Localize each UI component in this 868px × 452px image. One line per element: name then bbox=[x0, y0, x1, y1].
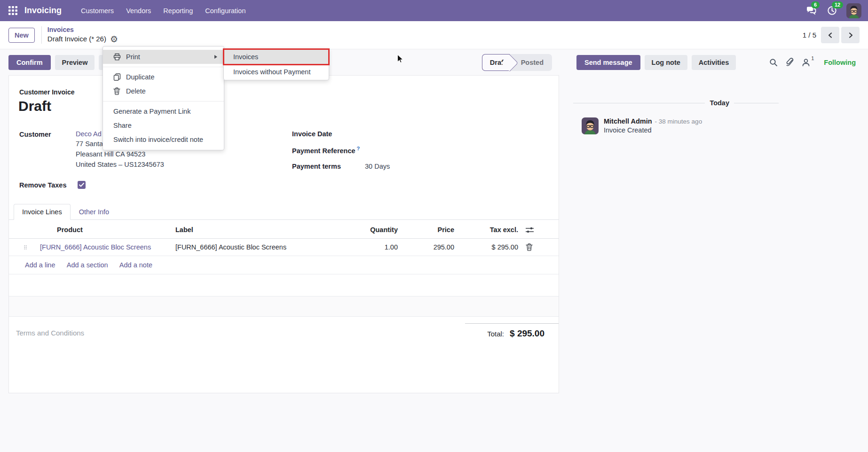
activities-button[interactable]: 12 bbox=[826, 5, 838, 17]
message-body: Invoice Created bbox=[604, 126, 702, 134]
table-header-row: Product Label Quantity Price Tax excl. bbox=[9, 220, 559, 239]
add-a-section-link[interactable]: Add a section bbox=[67, 261, 108, 269]
total-label: Total: bbox=[487, 330, 504, 338]
message-author[interactable]: Mitchell Admin bbox=[604, 117, 652, 125]
search-icon bbox=[769, 58, 778, 67]
payment-reference-label: Payment Reference? bbox=[292, 146, 365, 155]
check-icon bbox=[79, 183, 84, 187]
pager-next-button[interactable] bbox=[841, 27, 860, 43]
status-bar: Draft Posted bbox=[482, 54, 552, 71]
send-message-button[interactable]: Send message bbox=[576, 55, 640, 70]
header-tax-excl[interactable]: Tax excl. bbox=[458, 220, 522, 239]
person-icon bbox=[802, 58, 810, 67]
add-a-line-link[interactable]: Add a line bbox=[25, 261, 55, 269]
price-cell[interactable]: 295.00 bbox=[402, 239, 458, 256]
date-divider: Today bbox=[573, 99, 779, 107]
submenu-item-invoices[interactable]: Invoices bbox=[224, 49, 329, 64]
product-cell-link[interactable]: [FURN_6666] Acoustic Bloc Screens bbox=[40, 243, 151, 251]
print-submenu: Invoices Invoices without Payment bbox=[223, 48, 329, 80]
followers-button[interactable]: 1 bbox=[802, 58, 810, 67]
submenu-item-invoices-without-payment[interactable]: Invoices without Payment bbox=[224, 64, 329, 79]
date-divider-label: Today bbox=[710, 99, 729, 107]
search-messages-button[interactable] bbox=[769, 58, 778, 67]
menu-item-print[interactable]: Print bbox=[103, 50, 224, 64]
menu-separator bbox=[103, 101, 224, 101]
document-type-label: Customer Invoice bbox=[19, 88, 559, 96]
breadcrumb-invoices-link[interactable]: Invoices bbox=[47, 26, 118, 33]
new-button[interactable]: New bbox=[8, 28, 35, 43]
header-quantity[interactable]: Quantity bbox=[350, 220, 402, 239]
delete-line-button[interactable] bbox=[522, 239, 559, 256]
empty-row bbox=[9, 296, 559, 317]
empty-row bbox=[9, 274, 559, 296]
duplicate-icon bbox=[113, 73, 122, 81]
tab-other-info[interactable]: Other Info bbox=[71, 204, 118, 219]
nav-configuration[interactable]: Configuration bbox=[199, 4, 252, 17]
avatar-image bbox=[582, 117, 599, 134]
remove-taxes-checkbox[interactable] bbox=[78, 181, 86, 189]
invoice-form: Customer Invoice Draft Customer Deco Ad … bbox=[0, 75, 567, 393]
pager-count: 1 / 5 bbox=[803, 31, 816, 39]
chatter-panel: Today Mitchell Admin - 38 m bbox=[567, 75, 868, 393]
address-line: Pleasant Hill CA 94523 bbox=[76, 149, 283, 159]
gear-menu-icon[interactable]: ⚙ bbox=[110, 35, 118, 44]
status-draft[interactable]: Draft bbox=[482, 54, 510, 71]
pager: 1 / 5 bbox=[803, 27, 860, 43]
quantity-cell[interactable]: 1.00 bbox=[350, 239, 402, 256]
header-label[interactable]: Label bbox=[172, 220, 350, 239]
address-line: United States – US12345673 bbox=[76, 159, 283, 170]
header-product[interactable]: Product bbox=[31, 220, 172, 239]
label-cell[interactable]: [FURN_6666] Acoustic Bloc Screens bbox=[172, 239, 350, 256]
sliders-icon bbox=[526, 226, 534, 234]
following-toggle[interactable]: Following bbox=[824, 59, 856, 66]
add-a-note-link[interactable]: Add a note bbox=[119, 261, 152, 269]
control-panel: New Invoices Draft Invoice (* 26) ⚙ 1 / … bbox=[0, 21, 868, 49]
optional-columns-button[interactable] bbox=[522, 220, 559, 239]
activities-badge: 12 bbox=[832, 1, 843, 8]
preview-button[interactable]: Preview bbox=[55, 55, 95, 70]
message-avatar[interactable] bbox=[582, 117, 599, 134]
app-name[interactable]: Invoicing bbox=[24, 6, 62, 16]
payment-terms-field[interactable]: 30 Days bbox=[365, 163, 390, 170]
menu-item-delete[interactable]: Delete bbox=[103, 84, 224, 98]
notebook-tabs: Invoice Lines Other Info bbox=[9, 204, 559, 220]
invoice-lines-table: Product Label Quantity Price Tax excl. bbox=[9, 220, 559, 317]
top-navbar: Invoicing Customers Vendors Reporting Co… bbox=[0, 0, 868, 21]
chevron-left-icon bbox=[827, 32, 834, 39]
paperclip-icon bbox=[786, 58, 794, 67]
pager-previous-button[interactable] bbox=[821, 27, 839, 43]
drag-handle[interactable] bbox=[13, 244, 27, 251]
remove-taxes-label: Remove Taxes bbox=[19, 181, 76, 189]
menu-item-switch-invoice-credit-note[interactable]: Switch into invoice/credit note bbox=[103, 132, 224, 147]
confirm-button[interactable]: Confirm bbox=[8, 55, 51, 70]
attachments-button[interactable] bbox=[786, 58, 794, 67]
drag-dots-icon bbox=[24, 244, 27, 251]
invoice-date-label: Invoice Date bbox=[292, 130, 365, 138]
customer-value-link[interactable]: Deco Ad bbox=[76, 130, 102, 138]
chevron-right-icon bbox=[847, 32, 854, 39]
menu-item-generate-payment-link[interactable]: Generate a Payment Link bbox=[103, 104, 224, 118]
help-icon[interactable]: ? bbox=[357, 146, 360, 151]
log-note-button[interactable]: Log note bbox=[645, 55, 687, 70]
header-price[interactable]: Price bbox=[402, 220, 458, 239]
nav-reporting[interactable]: Reporting bbox=[157, 4, 199, 17]
tax-excl-cell[interactable]: $ 295.00 bbox=[458, 239, 522, 256]
nav-vendors[interactable]: Vendors bbox=[120, 4, 157, 17]
menu-item-share[interactable]: Share bbox=[103, 118, 224, 132]
messages-button[interactable]: 6 bbox=[805, 5, 817, 17]
menu-item-duplicate[interactable]: Duplicate bbox=[103, 70, 224, 84]
tab-invoice-lines[interactable]: Invoice Lines bbox=[14, 204, 71, 220]
avatar-image bbox=[846, 3, 861, 18]
user-avatar[interactable] bbox=[846, 3, 861, 18]
terms-and-conditions-field[interactable]: Terms and Conditions bbox=[9, 317, 84, 339]
activities-schedule-button[interactable]: Activities bbox=[692, 55, 736, 70]
payment-terms-label: Payment terms bbox=[292, 163, 365, 170]
printer-icon bbox=[113, 53, 122, 61]
apps-grid-icon[interactable] bbox=[7, 5, 19, 17]
breadcrumb-current: Draft Invoice (* 26) bbox=[47, 35, 106, 43]
nav-customers[interactable]: Customers bbox=[75, 4, 120, 17]
total-value: $ 295.00 bbox=[510, 328, 544, 339]
totals-block: Total: $ 295.00 bbox=[465, 323, 559, 339]
chatter-message: Mitchell Admin - 38 minutes ago Invoice … bbox=[582, 117, 868, 134]
follower-count: 1 bbox=[811, 55, 814, 61]
